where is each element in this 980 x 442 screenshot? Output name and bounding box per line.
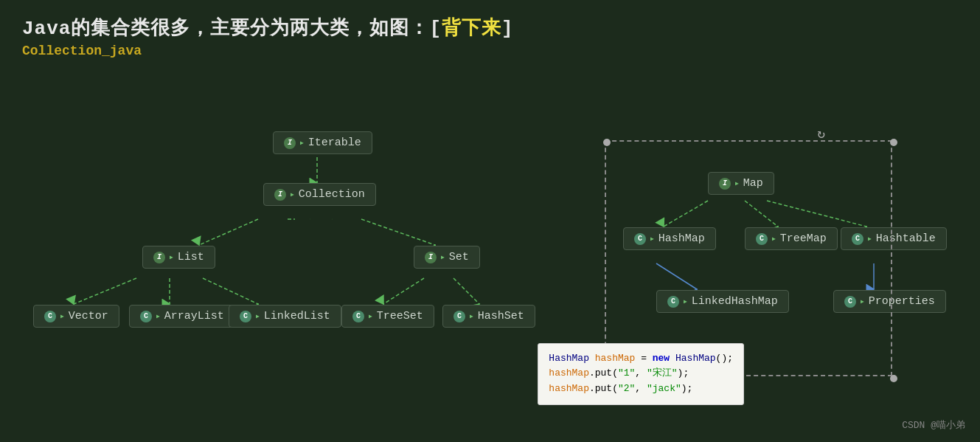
selection-dot-tl xyxy=(603,139,611,146)
svg-line-4 xyxy=(199,219,258,245)
label-set: Set xyxy=(449,251,469,263)
title-text: Java的集合类很多，主要分为两大类，如图：[ xyxy=(22,18,442,40)
watermark: CSDN @喵小弟 xyxy=(902,418,965,432)
node-hashset: C ▶ HashSet xyxy=(442,305,535,328)
icon-treeset: C xyxy=(352,311,364,322)
node-linkedhashmap: C ▶ LinkedHashMap xyxy=(656,290,789,313)
icon-hashset: C xyxy=(453,311,465,322)
node-vector: C ▶ Vector xyxy=(33,305,119,328)
label-collection: Collection xyxy=(299,188,365,201)
label-hashset: HashSet xyxy=(478,310,524,322)
icon-linkedhashmap: C xyxy=(667,296,679,308)
selection-dot-br xyxy=(890,375,897,382)
icon-vector: C xyxy=(44,311,56,322)
icon-properties: C xyxy=(844,296,856,308)
label-treemap: TreeMap xyxy=(780,232,827,245)
node-treemap: C ▶ TreeMap xyxy=(745,227,838,250)
header: Java的集合类很多，主要分为两大类，如图：[背下来] Collection_j… xyxy=(22,15,514,58)
icon-hashmap: C xyxy=(634,233,646,245)
code-line3: hashMap.put("2", "jack"); xyxy=(549,381,733,397)
node-hashmap: C ▶ HashMap xyxy=(623,227,716,250)
svg-line-9 xyxy=(74,278,136,304)
highlight-text: 背下来 xyxy=(442,18,501,40)
node-collection: I ▶ Collection xyxy=(263,183,376,206)
reload-icon[interactable]: ↻ xyxy=(817,125,825,142)
label-hashtable: Hashtable xyxy=(876,232,936,245)
svg-line-13 xyxy=(453,278,479,304)
label-iterable: Iterable xyxy=(308,137,361,149)
label-hashmap: HashMap xyxy=(658,232,705,245)
node-set: I ▶ Set xyxy=(414,246,480,269)
icon-collection: I xyxy=(274,189,286,201)
node-map: I ▶ Map xyxy=(708,172,774,195)
header-subtitle: Collection_java xyxy=(22,44,514,58)
node-list: I ▶ List xyxy=(142,246,215,269)
svg-line-14 xyxy=(664,201,708,227)
label-properties: Properties xyxy=(869,295,935,308)
icon-map: I xyxy=(719,178,731,190)
code-line2: hashMap.put("1", "宋江"); xyxy=(549,366,733,381)
node-properties: C ▶ Properties xyxy=(833,290,946,313)
code-line1: HashMap hashMap = new HashMap(); xyxy=(549,351,733,367)
icon-set: I xyxy=(425,252,437,263)
node-linkedlist: C ▶ LinkedList xyxy=(229,305,341,328)
node-treeset: C ▶ TreeSet xyxy=(341,305,434,328)
main-container: Java的集合类很多，主要分为两大类，如图：[背下来] Collection_j… xyxy=(0,0,980,442)
label-vector: Vector xyxy=(69,310,108,322)
svg-line-16 xyxy=(767,201,866,227)
node-hashtable: C ▶ Hashtable xyxy=(841,227,947,250)
label-arraylist: ArrayList xyxy=(164,310,224,322)
label-treeset: TreeSet xyxy=(377,310,423,322)
node-arraylist: C ▶ ArrayList xyxy=(129,305,235,328)
svg-line-5 xyxy=(361,219,435,245)
icon-hashtable: C xyxy=(852,233,863,245)
icon-treemap: C xyxy=(756,233,768,245)
node-iterable: I ▶ Iterable xyxy=(273,131,372,154)
svg-line-17 xyxy=(656,263,697,289)
label-list: List xyxy=(178,251,204,263)
icon-iterable: I xyxy=(284,137,296,149)
label-map: Map xyxy=(743,177,763,190)
title-end: ] xyxy=(501,18,514,40)
svg-line-12 xyxy=(383,278,424,304)
label-linkedlist: LinkedList xyxy=(264,310,330,322)
icon-list: I xyxy=(153,252,165,263)
icon-linkedlist: C xyxy=(240,311,251,322)
svg-line-15 xyxy=(745,201,778,227)
arrows-svg xyxy=(0,0,980,442)
icon-arraylist: C xyxy=(140,311,152,322)
selection-dot-tr xyxy=(890,139,897,146)
label-linkedhashmap: LinkedHashMap xyxy=(692,295,778,308)
header-title: Java的集合类很多，主要分为两大类，如图：[背下来] xyxy=(22,15,514,41)
code-snippet: HashMap hashMap = new HashMap(); hashMap… xyxy=(538,343,744,405)
svg-line-11 xyxy=(203,278,258,304)
